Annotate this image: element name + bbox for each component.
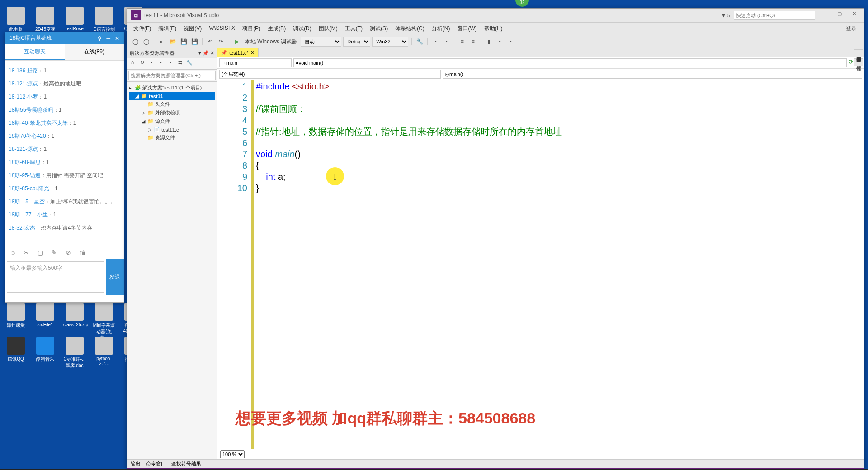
file-tab[interactable]: 📌 test11.c* ✕	[217, 48, 259, 57]
refresh-icon[interactable]: ↻	[138, 60, 146, 68]
block-icon[interactable]: ⊘	[66, 249, 73, 256]
menu-item[interactable]: VASSISTX	[206, 24, 238, 34]
platform-dropdown[interactable]: Win32	[372, 37, 408, 47]
desktop-icon[interactable]: python-2.7...	[93, 337, 115, 369]
vs-titlebar[interactable]: ⧉ test11 - Microsoft Visual Studio ▼ 5 ─…	[127, 9, 864, 23]
tab-server-explorer[interactable]: 服务器资源管理器	[854, 49, 863, 57]
config-dropdown[interactable]: 自动	[301, 37, 341, 47]
menu-item[interactable]: 测试(S)	[367, 24, 391, 34]
edit-icon[interactable]: ✎	[52, 249, 59, 256]
desktop-icon[interactable]: 腾讯QQ	[5, 337, 27, 369]
indent-icon[interactable]: ≡	[458, 37, 467, 46]
save-icon[interactable]: 💾	[179, 37, 188, 46]
quick-launch-input[interactable]	[734, 11, 815, 20]
close-icon[interactable]: ✕	[848, 11, 860, 20]
pin-icon[interactable]: ⚲	[98, 35, 102, 42]
qq-titlebar[interactable]: 18期C语言基础班 ⚲ ─ ✕	[5, 32, 124, 44]
menu-item[interactable]: 团队(M)	[316, 24, 340, 34]
desktop-icon[interactable]: Mini字幕滚动器(免费...	[93, 303, 115, 341]
dropdown-icon[interactable]: ▾	[198, 50, 201, 56]
login-link[interactable]: 登录	[842, 24, 860, 34]
nav-fwd-icon[interactable]: ◯	[142, 37, 151, 46]
tab-online[interactable]: 在线(89)	[65, 44, 124, 60]
scissors-icon[interactable]: ✂	[24, 249, 31, 256]
save-all-icon[interactable]: 💾	[190, 37, 199, 46]
trash-icon[interactable]: 🗑	[80, 249, 87, 256]
tool-icon[interactable]: ▪	[442, 37, 451, 46]
menu-item[interactable]: 项目(P)	[240, 24, 263, 34]
nav-scope-dropdown[interactable]: → main	[219, 58, 292, 67]
nav-back-icon[interactable]: ◯	[131, 37, 140, 46]
pin-icon[interactable]: 📌	[203, 50, 209, 56]
pin-icon[interactable]: 📌	[221, 50, 227, 56]
desktop-icon[interactable]: class_25.zip	[63, 303, 86, 341]
bookmark-icon[interactable]: ▮	[484, 37, 493, 46]
tree-solution[interactable]: ▸🧩 解决方案"test11"(1 个项目)	[129, 84, 215, 92]
tree-folder-headers[interactable]: 📁 头文件	[129, 100, 215, 108]
maximize-icon[interactable]: ▢	[833, 11, 846, 20]
image-icon[interactable]: ▢	[38, 249, 45, 256]
properties-icon[interactable]: 🔧	[185, 60, 193, 68]
tree-folder-source[interactable]: ◢📁 源文件	[129, 117, 215, 126]
scope-dropdown[interactable]: (全局范围)	[219, 70, 441, 79]
zoom-bar: 100 %	[217, 449, 864, 459]
tool-icon[interactable]: ▪	[147, 60, 156, 68]
tool-icon[interactable]: ▪	[506, 37, 515, 46]
new-icon[interactable]: ▸	[157, 37, 166, 46]
tree-file[interactable]: ▷📄 test11.c	[129, 126, 215, 133]
desktop-icon[interactable]: srcFile1	[34, 303, 57, 341]
tool-icon[interactable]: ▪	[495, 37, 504, 46]
tool-icon[interactable]: ▪	[166, 60, 175, 68]
close-icon[interactable]: ✕	[250, 50, 255, 56]
tool-icon[interactable]: ▪	[431, 37, 440, 46]
message-input[interactable]: 输入框最多输入500字	[7, 261, 104, 293]
notification-count[interactable]: ▼ 5	[721, 13, 730, 18]
menu-item[interactable]: 视图(V)	[181, 24, 204, 34]
home-icon[interactable]: ⌂	[128, 60, 137, 68]
minimize-icon[interactable]: ─	[106, 35, 110, 42]
member-dropdown[interactable]: ◎ main()	[443, 70, 862, 79]
menu-item[interactable]: 分析(N)	[429, 24, 453, 34]
emoji-icon[interactable]: ☺	[9, 249, 17, 256]
undo-icon[interactable]: ↶	[206, 37, 215, 46]
close-icon[interactable]: ✕	[115, 35, 119, 42]
desktop-icon[interactable]: 酷狗音乐	[34, 337, 57, 369]
tab-chat[interactable]: 互动聊天	[5, 44, 65, 60]
collapse-icon[interactable]: ⇆	[176, 60, 184, 68]
explorer-search-input[interactable]	[128, 71, 216, 80]
tree-folder-external[interactable]: ▷📁 外部依赖项	[129, 108, 215, 117]
menu-item[interactable]: 帮助(H)	[481, 24, 505, 34]
code-editor[interactable]: 12345678910 #include <stdio.h> //课前回顾： /…	[217, 80, 864, 449]
code-text[interactable]: #include <stdio.h> //课前回顾： //指针:地址，数据存储的…	[254, 80, 864, 449]
tool-icon[interactable]: ▪	[157, 60, 165, 68]
debug-target-label[interactable]: 本地 Windows 调试器	[245, 38, 297, 46]
solution-tree[interactable]: ▸🧩 解决方案"test11"(1 个项目) ◢📁 test11 📁 头文件 ▷…	[127, 82, 217, 459]
qq-message-list[interactable]: 18-136-赶路：118-121-源点：最高位的地址吧18-112-小罗：11…	[5, 61, 124, 246]
menu-item[interactable]: 生成(B)	[265, 24, 288, 34]
outdent-icon[interactable]: ≡	[468, 37, 477, 46]
zoom-dropdown[interactable]: 100 %	[220, 450, 245, 458]
menu-item[interactable]: 编辑(E)	[156, 24, 179, 34]
tab-find-results[interactable]: 查找符号结果	[171, 461, 201, 467]
debug-dropdown[interactable]: Debug	[343, 37, 370, 47]
tree-project[interactable]: ◢📁 test11	[129, 92, 215, 100]
open-icon[interactable]: 📂	[168, 37, 177, 46]
menu-item[interactable]: 窗口(W)	[454, 24, 479, 34]
menu-item[interactable]: 文件(F)	[131, 24, 154, 34]
play-icon[interactable]: ▶	[232, 37, 241, 46]
tab-output[interactable]: 输出	[131, 461, 141, 467]
tool-icon[interactable]: 🔧	[415, 37, 424, 46]
tab-command[interactable]: 命令窗口	[146, 461, 166, 467]
tree-folder-resource[interactable]: 📁 资源文件	[129, 133, 215, 142]
menu-item[interactable]: 调试(D)	[290, 24, 314, 34]
menu-item[interactable]: 体系结构(C)	[392, 24, 427, 34]
menu-item[interactable]: 工具(T)	[342, 24, 365, 34]
nav-member-dropdown[interactable]: ● void main()	[293, 58, 847, 67]
desktop-icon[interactable]: 潭州课堂	[5, 303, 27, 341]
close-icon[interactable]: ✕	[210, 50, 214, 56]
send-button[interactable]: 发送	[106, 259, 124, 295]
minimize-icon[interactable]: ─	[819, 11, 831, 20]
desktop-icon[interactable]: C标准库-...黑客.doc	[63, 337, 86, 369]
tab-properties[interactable]: 属性	[854, 58, 863, 66]
redo-icon[interactable]: ↷	[217, 37, 226, 46]
